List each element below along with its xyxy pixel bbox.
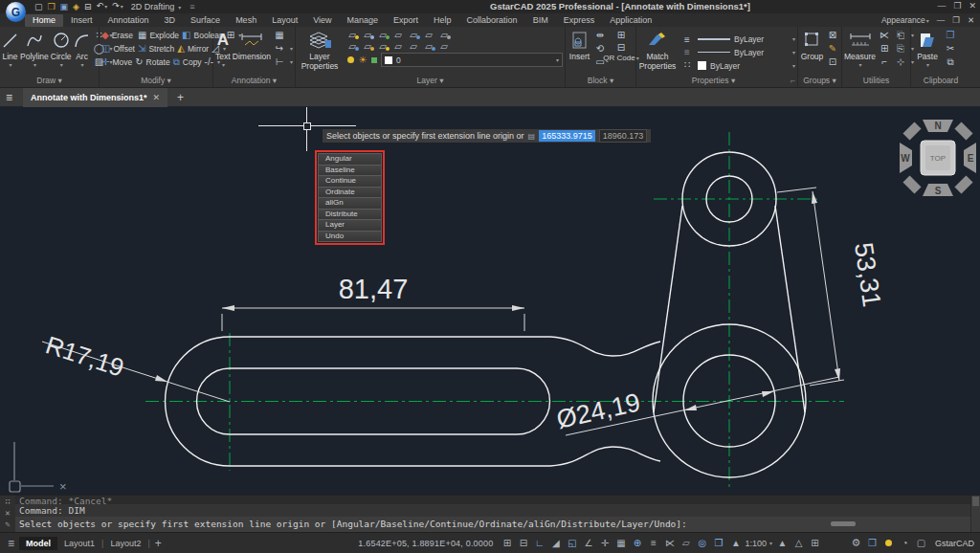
- dimension-button[interactable]: Dimension: [233, 29, 271, 76]
- snap-mode-icon[interactable]: ⊟: [516, 536, 530, 550]
- array-icon[interactable]: ⊞: [227, 30, 234, 41]
- performance-icon[interactable]: ◔: [898, 536, 912, 550]
- lineweight-list-icon[interactable]: ≡: [680, 34, 694, 46]
- panel-properties-label[interactable]: Properties ▾ ⌐: [636, 76, 797, 87]
- appearance-menu[interactable]: Appearance▾: [881, 15, 929, 25]
- panel-annotation-label[interactable]: Annotation ▾: [213, 76, 295, 87]
- block-define-icon[interactable]: ▭: [593, 56, 607, 68]
- tab-view[interactable]: View: [305, 14, 339, 27]
- command-close-icon[interactable]: ✕: [5, 508, 10, 518]
- panel-modify-label[interactable]: Modify ▾: [100, 76, 212, 87]
- tab-bim[interactable]: BIM: [525, 14, 556, 27]
- minimize-button[interactable]: —: [937, 1, 946, 11]
- group-select-icon[interactable]: ⊡: [826, 56, 839, 68]
- menu-item-undo[interactable]: Undo: [318, 231, 382, 243]
- toolbar-overflow-icon[interactable]: ≡: [189, 2, 194, 11]
- menu-item-distribute[interactable]: Distribute: [318, 209, 382, 220]
- drawing-canvas[interactable]: 81,47 R17,19 53,31 Ø24,19 × Select objec…: [0, 107, 980, 495]
- tab-manage[interactable]: Manage: [340, 14, 387, 27]
- status-menu-icon[interactable]: ≡: [4, 536, 18, 550]
- menu-item-align[interactable]: aliGn: [318, 197, 382, 209]
- rotate-button[interactable]: Rotate: [146, 57, 170, 67]
- insert-button[interactable]: Insert: [568, 29, 591, 76]
- model-tab[interactable]: Model: [19, 537, 57, 550]
- copy-base-icon[interactable]: ⧉: [944, 56, 957, 68]
- layer-select-dropdown[interactable]: 0 ▾: [381, 53, 563, 67]
- cut-clip-icon[interactable]: ✂: [944, 43, 957, 55]
- copy-button[interactable]: Copy: [183, 57, 202, 67]
- table-tools-icon[interactable]: ▦: [273, 30, 286, 41]
- layer-thaw-icon[interactable]: ▱: [422, 40, 435, 52]
- block-edit-icon[interactable]: ⇹: [593, 30, 607, 41]
- dynamic-input-x-field[interactable]: 165333.9715: [539, 130, 595, 142]
- move-button[interactable]: Move: [112, 57, 132, 67]
- workspace-table-icon[interactable]: ⊞: [808, 536, 822, 550]
- viewcube-north[interactable]: N: [934, 121, 941, 131]
- new-layout-button[interactable]: +: [151, 536, 166, 550]
- paste-special-icon[interactable]: ⎗: [894, 30, 907, 41]
- polar-tracking-icon[interactable]: ◢: [548, 536, 563, 550]
- quick-select-icon[interactable]: ⋉: [878, 30, 891, 41]
- layout1-tab[interactable]: Layout1: [57, 537, 101, 550]
- color-dropdown[interactable]: ByLayer▾: [698, 60, 795, 72]
- save-icon[interactable]: ▣: [60, 1, 69, 13]
- dynamic-input-options-icon[interactable]: ▤: [528, 132, 536, 141]
- panel-block-label[interactable]: Block ▾: [566, 76, 635, 87]
- ungroup-icon[interactable]: ⊠: [826, 30, 839, 41]
- dynamic-ucs-icon[interactable]: ✛: [597, 536, 612, 550]
- panel-layer-label[interactable]: Layer ▾: [296, 76, 565, 87]
- tab-export[interactable]: Export: [386, 14, 426, 27]
- layer-delete-icon[interactable]: ▱: [391, 40, 405, 52]
- viewcube-west[interactable]: W: [901, 153, 910, 164]
- ribbon-minimize-button[interactable]: —: [937, 15, 946, 25]
- tab-insert[interactable]: Insert: [63, 14, 100, 27]
- settings-gear-icon[interactable]: ⚙: [849, 536, 863, 550]
- linetype-list-icon[interactable]: ≡: [680, 47, 694, 58]
- transparency-icon[interactable]: ≡: [646, 536, 660, 550]
- menu-item-continue[interactable]: Continue: [318, 175, 382, 187]
- layer-lock-icon[interactable]: ▱: [422, 29, 435, 40]
- layer-copy-icon[interactable]: ▱: [437, 40, 451, 52]
- measure-button[interactable]: Measure▾: [844, 29, 876, 76]
- trim-icon[interactable]: -/-: [205, 56, 213, 68]
- tab-collaboration[interactable]: Collaboration: [459, 14, 525, 27]
- clean-screen-icon[interactable]: ▢: [914, 536, 928, 550]
- explode-button[interactable]: Explode: [149, 31, 179, 40]
- plot-style-icon[interactable]: ∷: [680, 59, 694, 71]
- match-properties-button[interactable]: Match Properties: [638, 29, 677, 76]
- menu-item-ordinate[interactable]: Ordinate: [318, 187, 382, 198]
- close-button[interactable]: ✕: [969, 1, 976, 11]
- arc-button[interactable]: Arc▾: [74, 29, 91, 76]
- ribbon-close-button[interactable]: ✕: [968, 15, 974, 25]
- tab-surface[interactable]: Surface: [183, 14, 228, 27]
- ortho-icon[interactable]: ∟: [532, 536, 546, 550]
- viewcube-east[interactable]: E: [968, 153, 974, 164]
- tab-annotation[interactable]: Annotation: [100, 14, 157, 27]
- command-scrollbar[interactable]: [970, 496, 980, 532]
- panel-groups-label[interactable]: Groups ▾: [798, 76, 841, 87]
- layer-merge-icon[interactable]: ▱: [376, 40, 390, 52]
- layer-isolate-icon[interactable]: ▱: [361, 29, 374, 40]
- panel-draw-label[interactable]: Draw ▾: [0, 76, 99, 87]
- leader-tools-icon[interactable]: ↪: [273, 43, 286, 55]
- layer-on-icon[interactable]: ▱: [407, 40, 420, 52]
- undo-icon[interactable]: ↶▾: [97, 0, 108, 13]
- command-edit-icon[interactable]: ✎: [5, 520, 10, 529]
- paste-button[interactable]: Paste▾: [913, 29, 942, 76]
- dynamic-input-y-field[interactable]: 18960.173: [599, 129, 648, 143]
- calculator-icon[interactable]: ⊞: [878, 43, 891, 55]
- view-cube[interactable]: N E S W TOP: [898, 115, 978, 205]
- hardware-accel-icon[interactable]: ❐: [711, 536, 725, 550]
- redo-icon[interactable]: ↷▾: [112, 0, 123, 13]
- workspace-dropdown[interactable]: 2D Drafting▾ ≡: [131, 2, 195, 11]
- stretch-button[interactable]: Stretch: [148, 44, 174, 54]
- document-tab-close-icon[interactable]: ✕: [153, 93, 161, 102]
- point-style-icon[interactable]: ⌐: [878, 56, 891, 68]
- group-edit-icon[interactable]: ✎: [826, 43, 839, 55]
- layer-off-icon[interactable]: ▱: [407, 29, 420, 40]
- annotation-scale-control[interactable]: ▲ 1:100▾: [728, 536, 772, 550]
- layer-unisolate-icon[interactable]: ▱: [376, 29, 390, 40]
- auto-scale-icon[interactable]: ▲: [775, 536, 790, 550]
- offset-button[interactable]: Offset: [113, 44, 135, 54]
- tab-mesh[interactable]: Mesh: [228, 14, 264, 27]
